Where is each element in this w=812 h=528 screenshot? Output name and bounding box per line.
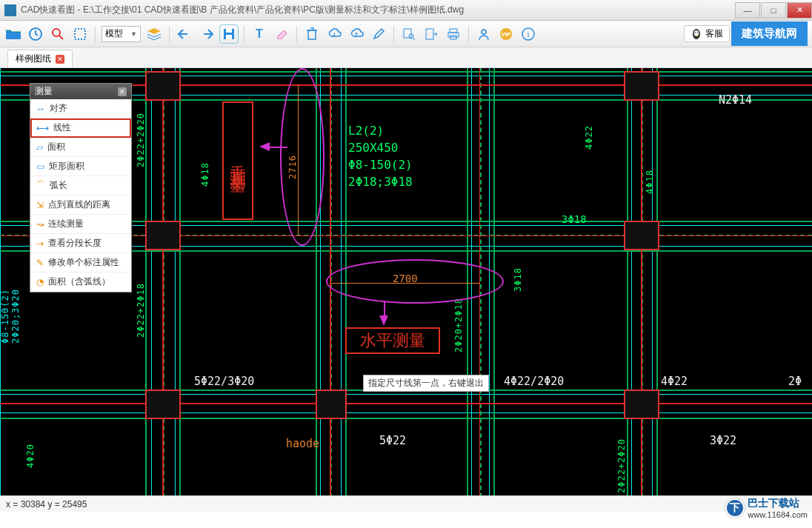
measure-item-label: 弧长	[50, 179, 67, 192]
watermark-url: www.11684.com	[748, 510, 808, 519]
rebar-label: 4Φ18	[200, 162, 210, 187]
arrow-left-icon	[259, 142, 270, 151]
space-select[interactable]: 模型 ▼	[102, 26, 141, 42]
measure-item-linear[interactable]: ⟷线性	[30, 118, 131, 138]
toolbar-separator	[393, 26, 394, 42]
svg-rect-9	[426, 29, 433, 39]
maximize-button[interactable]: □	[761, 2, 786, 19]
rebar-label: 5Φ22	[379, 434, 406, 447]
rebar-label: N2Φ14	[719, 93, 752, 107]
navsite-link[interactable]: 建筑导航网	[731, 21, 808, 46]
measure-item-area[interactable]: ▱面积	[30, 138, 131, 157]
measure-item-edit-prop[interactable]: ✎修改单个标注属性	[30, 253, 131, 273]
vertical-measure-label: 垂直测量	[227, 152, 249, 170]
space-select-label: 模型	[105, 27, 123, 40]
measure-item-continuous[interactable]: ↝连续测量	[30, 215, 131, 234]
customer-service-button[interactable]: 客服	[684, 25, 730, 42]
svg-text:VIP: VIP	[501, 31, 511, 38]
vertical-measure-label-box: 垂直测量	[222, 101, 253, 220]
beam-info-4: 2Φ18;3Φ18	[348, 175, 413, 189]
cloud-upload-button[interactable]	[347, 25, 365, 43]
close-button[interactable]: ✕	[787, 2, 812, 19]
toolbar-separator	[296, 26, 297, 42]
measure-item-rect-area[interactable]: ▭矩形面积	[30, 157, 131, 176]
layers-button[interactable]	[145, 25, 163, 43]
vertical-highlight-ellipse	[280, 68, 325, 246]
toolbar-separator	[169, 26, 170, 42]
panel-close-icon[interactable]: ✕	[118, 87, 127, 96]
info-button[interactable]: i	[519, 25, 537, 43]
svg-point-16	[522, 28, 534, 40]
svg-rect-3	[224, 29, 234, 39]
svg-point-20	[695, 32, 696, 33]
svg-point-1	[53, 29, 60, 36]
window-title: CAD快速看图 - E:\工作交接\01 CAD快速看图\B 产品化资料\产品化…	[21, 4, 734, 16]
horizontal-measure-label-box: 水平测量	[345, 327, 440, 354]
measure-item-label: 点到直线的距离	[48, 198, 110, 211]
cloud-download-button[interactable]	[325, 25, 343, 43]
measure-item-label: 对齐	[50, 102, 67, 115]
minimize-button[interactable]: —	[735, 2, 760, 19]
beam-info-3: Φ8-150(2)	[348, 158, 413, 172]
zoom-window-button[interactable]	[71, 25, 89, 43]
redo-button[interactable]	[198, 25, 216, 43]
measure-item-label: 线性	[53, 121, 71, 134]
vip-button[interactable]: VIP	[497, 25, 515, 43]
rebar-label: 4Φ20	[25, 444, 36, 468]
measure-item-arc[interactable]: ⌒弧长	[30, 176, 131, 196]
beam-info-1: L2(2)	[348, 124, 384, 138]
rebar-label: 3Φ18	[562, 213, 587, 225]
toolbar-separator	[244, 26, 244, 42]
measure-panel[interactable]: 测量 ✕ ↔对齐 ⟷线性 ▱面积 ▭矩形面积 ⌒弧长 ⇲点到直线的距离 ↝连续测…	[30, 83, 132, 293]
svg-point-21	[697, 32, 699, 33]
toolbar-right: 客服 建筑导航网	[684, 21, 808, 47]
document-tab-label: 样例图纸	[16, 53, 51, 65]
qq-icon	[690, 28, 702, 40]
rebar-label: Φ8-150(2)	[0, 289, 10, 344]
svg-rect-2	[75, 29, 85, 39]
drawing-viewport[interactable]: L2(2) 250X450 Φ8-150(2) 2Φ18;3Φ18 2Φ22+2…	[0, 68, 812, 495]
measure-item-align[interactable]: ↔对齐	[30, 99, 131, 118]
undo-button[interactable]	[176, 25, 193, 43]
find-button[interactable]	[400, 25, 418, 43]
watermark-name: 巴士下载站	[748, 497, 808, 510]
eraser-button[interactable]	[273, 25, 290, 43]
document-tab[interactable]: 样例图纸 ✕	[7, 50, 73, 67]
measure-item-point-line[interactable]: ⇲点到直线的距离	[30, 196, 131, 215]
zoom-extents-button[interactable]	[49, 25, 67, 43]
history-button[interactable]	[27, 25, 44, 43]
horizontal-highlight-ellipse	[326, 259, 504, 304]
measure-item-label: 连续测量	[48, 218, 84, 230]
measure-item-label: 面积	[47, 141, 65, 153]
measure-item-segments[interactable]: ⇢查看分段长度	[30, 234, 131, 253]
export-button[interactable]	[422, 25, 440, 43]
main-toolbar: 模型 ▼ T VIP i 客服 建筑导航网	[0, 21, 812, 47]
print-button[interactable]	[445, 25, 462, 43]
customer-service-label: 客服	[705, 27, 723, 40]
rebar-label: 5Φ22/3Φ20	[194, 375, 254, 388]
text-button[interactable]: T	[250, 25, 268, 43]
svg-rect-5	[226, 35, 232, 39]
svg-point-14	[500, 28, 512, 40]
command-tooltip: 指定尺寸线第一点，右键退出	[363, 375, 489, 392]
save-button[interactable]	[220, 25, 238, 43]
measure-panel-title: 测量	[35, 85, 53, 98]
rebar-label: 4Φ22/2Φ20	[504, 375, 564, 388]
edit-button[interactable]	[370, 25, 387, 43]
measure-item-label: 矩形面积	[49, 160, 84, 173]
rebar-label: 4Φ22	[661, 375, 688, 388]
delete-button[interactable]	[303, 25, 321, 43]
rebar-label: 2Φ22+2Φ20	[616, 438, 627, 493]
open-file-button[interactable]	[4, 25, 22, 43]
user-button[interactable]	[475, 25, 493, 43]
window-controls: — □ ✕	[734, 2, 812, 19]
svg-rect-4	[226, 29, 232, 33]
close-tab-icon[interactable]: ✕	[56, 55, 64, 64]
measure-item-label: 修改单个标注属性	[48, 256, 119, 269]
toolbar-separator	[468, 26, 469, 42]
measure-panel-header[interactable]: 测量 ✕	[30, 84, 131, 99]
measure-item-area-arc[interactable]: ◔面积（含弧线）	[30, 273, 131, 292]
rebar-label: 4Φ18	[645, 170, 655, 194]
toolbar-separator	[95, 26, 96, 42]
rebar-label: 2Φ20+2Φ18	[453, 298, 464, 352]
